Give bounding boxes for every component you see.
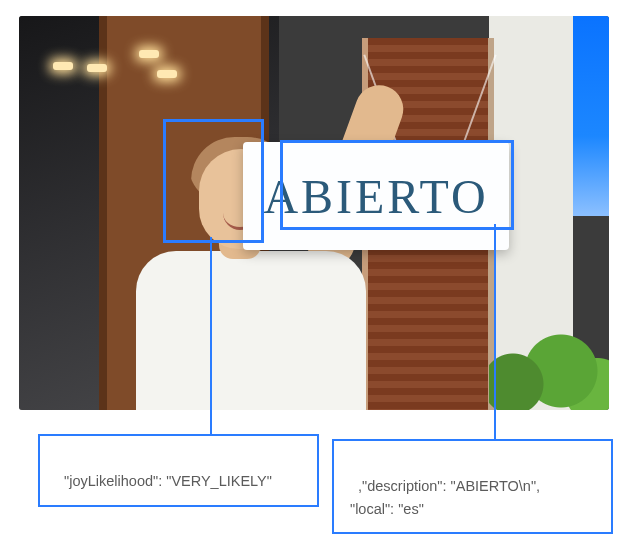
open-sign: ABIERTO (243, 142, 509, 250)
ceiling-light-icon (87, 64, 107, 72)
plants (489, 280, 609, 410)
callout-leader-line (210, 237, 212, 434)
apron (136, 251, 366, 410)
callout-text: ,"description": "ABIERTO\n", "local": "e… (350, 478, 540, 516)
ceiling-light-icon (139, 50, 159, 58)
ceiling-light-icon (53, 62, 73, 70)
callout-text: "joyLikelihood": "VERY_LIKELY" (64, 473, 272, 489)
ceiling-light-icon (157, 70, 177, 78)
face-detection-callout: "joyLikelihood": "VERY_LIKELY" (38, 434, 319, 507)
text-detection-callout: ,"description": "ABIERTO\n", "local": "e… (332, 439, 613, 534)
annotated-photo: ABIERTO (19, 16, 609, 410)
callout-leader-line (494, 224, 496, 439)
sign-text: ABIERTO (263, 169, 488, 224)
